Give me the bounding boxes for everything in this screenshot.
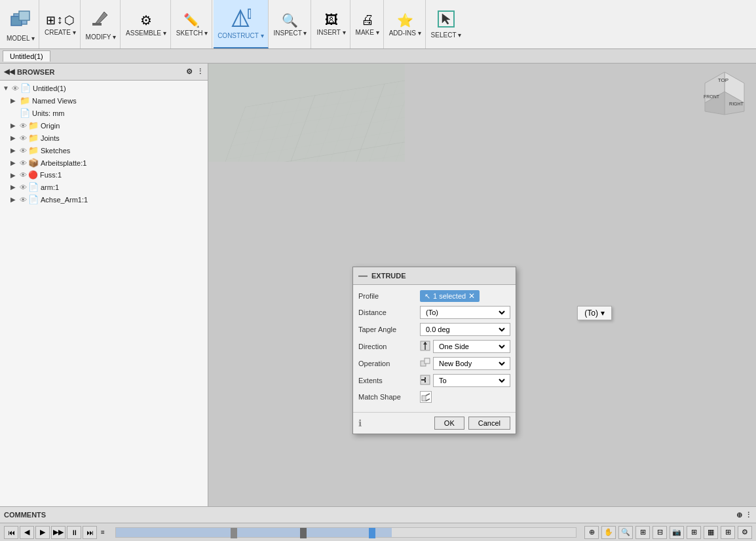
tree-item-fuss[interactable]: ▶ 👁 🔴 Fuss:1	[0, 169, 208, 181]
info-icon[interactable]: ℹ	[358, 418, 362, 428]
extents-dropdown[interactable]: To	[433, 374, 510, 387]
tree-item-sketches[interactable]: ▶ 👁 📁 Sketches	[0, 144, 208, 157]
browser-settings-icon[interactable]: ⚙	[186, 67, 193, 76]
timeline-marker-active[interactable]	[369, 528, 375, 538]
comments-bar: COMMENTS ⊕ ⋮	[0, 506, 756, 523]
operation-label: Operation	[358, 360, 417, 367]
tree-item-arm[interactable]: ▶ 👁 📄 arm:1	[0, 181, 208, 193]
comments-title: COMMENTS	[4, 511, 46, 519]
viewcube[interactable]: TOP FRONT RIGHT	[698, 69, 751, 121]
taper-select[interactable]: 0.0 deg	[423, 325, 507, 334]
tree-arrow-arm[interactable]: ▶	[10, 183, 20, 191]
assemble-icon: ⚙	[140, 12, 152, 28]
svg-rect-63	[422, 396, 426, 401]
distance-dropdown[interactable]: (To)	[420, 306, 510, 319]
tree-item-units[interactable]: ▶ 📄 Units: mm	[0, 107, 208, 119]
step-back-button[interactable]: ◀	[20, 526, 34, 539]
taper-value[interactable]: 0.0 deg	[420, 323, 510, 336]
more-actions-icon[interactable]: ≡	[98, 529, 107, 536]
toolbar-select[interactable]: SELECT	[427, 0, 466, 48]
tree-arrow-joints[interactable]: ▶	[10, 134, 20, 141]
toolbar-inspect[interactable]: 🔍 INSPECT	[270, 0, 312, 48]
operation-select[interactable]: New Body	[436, 359, 507, 368]
toolbar-make[interactable]: 🖨 MAKE	[352, 0, 384, 48]
svg-rect-58	[425, 358, 430, 364]
to-tooltip[interactable]: (To) ▾	[577, 306, 612, 320]
folder-icon-joints: 📁	[28, 133, 39, 143]
eye-icon-origin[interactable]: 👁	[20, 122, 27, 130]
extents-value[interactable]: To	[420, 374, 510, 387]
eye-icon-untitled[interactable]: 👁	[12, 84, 19, 92]
toolbar-create[interactable]: ⊞↕⬡ CREATE	[41, 0, 81, 48]
settings-button[interactable]: ⚙	[738, 526, 752, 539]
eye-icon-arbeitsplatte[interactable]: 👁	[20, 159, 27, 167]
more-view-button[interactable]: ⊞	[721, 526, 735, 539]
operation-value[interactable]: New Body	[420, 357, 510, 370]
toolbar-addins[interactable]: ⭐ ADD-INS	[385, 0, 426, 48]
pan-button[interactable]: ✋	[601, 526, 616, 539]
toolbar-insert-label: INSERT	[316, 29, 345, 36]
skip-back-button[interactable]: ⏮	[4, 526, 18, 539]
distance-value[interactable]: (To)	[420, 306, 510, 319]
tree-arrow-fuss[interactable]: ▶	[10, 172, 20, 179]
timeline-marker-1[interactable]	[231, 528, 237, 538]
tree-arrow-arbeitsplatte[interactable]: ▶	[10, 159, 20, 166]
direction-dropdown[interactable]: One Side	[433, 340, 510, 353]
tree-item-untitled[interactable]: ▼ 👁 📄 Untitled(1)	[0, 82, 208, 94]
profile-remove-icon[interactable]: ✕	[468, 291, 475, 301]
eye-icon-sketches[interactable]: 👁	[20, 147, 27, 155]
tree-item-origin[interactable]: ▶ 👁 📁 Origin	[0, 119, 208, 132]
distance-select[interactable]: (To)	[423, 308, 507, 317]
ok-button[interactable]: OK	[434, 417, 464, 430]
tree-arrow-origin[interactable]: ▶	[10, 122, 20, 129]
display-mode-button[interactable]: ⊞	[687, 526, 701, 539]
eye-icon-joints[interactable]: 👁	[20, 134, 27, 142]
zoom-in-button[interactable]: ⊞	[635, 526, 650, 539]
taper-dropdown[interactable]: 0.0 deg	[420, 323, 510, 336]
camera-button[interactable]: 📷	[670, 526, 684, 539]
operation-dropdown[interactable]: New Body	[433, 357, 510, 370]
tree-item-named-views[interactable]: ▶ 📁 Named Views	[0, 94, 208, 107]
step-forward-button[interactable]: ▶	[35, 526, 50, 539]
toolbar-addins-label: ADD-INS	[389, 29, 421, 37]
timeline-marker-2[interactable]	[300, 528, 307, 538]
tree-item-achse[interactable]: ▶ 👁 📄 Achse_Arm1:1	[0, 193, 208, 206]
browser-resize-icon[interactable]: ⋮	[197, 67, 204, 76]
tree-arrow-untitled[interactable]: ▼	[3, 84, 12, 92]
tree-item-joints[interactable]: ▶ 👁 📁 Joints	[0, 132, 208, 144]
play-forward-button[interactable]: ▶▶	[51, 526, 66, 539]
comments-add-icon[interactable]: ⊕	[736, 511, 742, 519]
eye-icon-achse[interactable]: 👁	[20, 196, 27, 204]
toolbar-model[interactable]: MODEL	[3, 0, 39, 48]
orbit-button[interactable]: ⊕	[584, 526, 599, 539]
tab-untitled[interactable]: Untitled(1)	[3, 50, 50, 62]
tree-arrow-sketches[interactable]: ▶	[10, 147, 20, 154]
match-shape-icon[interactable]	[420, 391, 432, 403]
extents-select[interactable]: To	[436, 376, 507, 385]
direction-value[interactable]: One Side	[420, 340, 510, 353]
toolbar-insert[interactable]: 🖼 INSERT	[312, 0, 350, 48]
profile-chip[interactable]: ↖ 1 selected ✕	[420, 290, 480, 302]
direction-select[interactable]: One Side	[436, 342, 507, 351]
timeline-track[interactable]	[115, 527, 576, 538]
cancel-button[interactable]: Cancel	[468, 417, 510, 430]
comments-resize-icon[interactable]: ⋮	[745, 511, 752, 519]
dialog-minimize-icon[interactable]: —	[358, 270, 368, 281]
canvas-area[interactable]: 400.00 213.00 219.838	[208, 64, 756, 506]
browser-collapse-icon[interactable]: ◀◀	[4, 67, 14, 76]
skip-forward-button[interactable]: ⏭	[83, 526, 97, 539]
cursor-icon: ↖	[425, 292, 430, 301]
eye-icon-arm[interactable]: 👁	[20, 183, 27, 191]
tree-item-arbeitsplatte[interactable]: ▶ 👁 📦 Arbeitsplatte:1	[0, 157, 208, 169]
tree-arrow-achse[interactable]: ▶	[10, 196, 20, 203]
tree-arrow-named-views[interactable]: ▶	[10, 97, 20, 104]
zoom-out-button[interactable]: ⊟	[652, 526, 667, 539]
grid-button[interactable]: ▦	[704, 526, 718, 539]
toolbar-assemble[interactable]: ⚙ ASSEMBLE	[122, 0, 171, 48]
toolbar-sketch[interactable]: ✏️ SKETCH	[172, 0, 212, 48]
zoom-button[interactable]: 🔍	[618, 526, 633, 539]
toolbar-construct[interactable]: CONSTRUCT	[214, 0, 268, 48]
eye-icon-fuss[interactable]: 👁	[20, 171, 27, 179]
pause-button[interactable]: ⏸	[67, 526, 81, 539]
toolbar-modify[interactable]: MODIFY	[82, 0, 121, 48]
